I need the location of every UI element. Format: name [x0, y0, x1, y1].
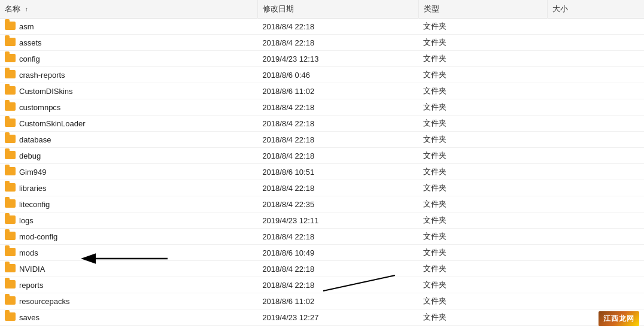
file-type-cell: 文件夹 — [418, 229, 547, 245]
table-header-row: 名称 ↑ 修改日期 类型 大小 — [0, 0, 644, 19]
file-type-cell: 文件夹 — [418, 180, 547, 196]
file-name-cell: saves — [0, 309, 257, 326]
file-size-cell — [548, 196, 644, 212]
file-size-cell — [548, 116, 644, 132]
file-size-cell — [548, 99, 644, 116]
file-name-cell: assets — [0, 35, 257, 51]
file-date-cell: 2018/8/6 10:51 — [257, 164, 418, 180]
table-row[interactable]: debug2018/8/4 22:18文件夹 — [0, 148, 644, 164]
file-date-cell: 2018/8/6 11:02 — [257, 83, 418, 99]
table-row[interactable]: config2019/4/23 12:13文件夹 — [0, 51, 644, 67]
file-size-cell — [548, 51, 644, 67]
file-name-cell: logs — [0, 212, 257, 229]
table-row[interactable]: customnpcs2018/8/4 22:18文件夹 — [0, 99, 644, 116]
file-type-cell: 文件夹 — [418, 309, 547, 326]
table-row[interactable]: mods2018/8/6 10:49文件夹 — [0, 245, 644, 261]
file-explorer: 名称 ↑ 修改日期 类型 大小 asm2018/8/4 22:18文件夹asse… — [0, 0, 644, 331]
file-name-cell: config — [0, 51, 257, 67]
folder-icon — [5, 38, 16, 46]
folder-icon — [5, 232, 16, 240]
file-type-cell: 文件夹 — [418, 67, 547, 83]
file-size-cell — [548, 277, 644, 293]
file-name-cell: NVIDIA — [0, 261, 257, 277]
file-name-cell: liteconfig — [0, 196, 257, 212]
folder-icon — [5, 54, 16, 62]
file-date-cell: 2018/8/4 22:18 — [257, 19, 418, 35]
file-date-cell: 2018/8/4 22:18 — [257, 35, 418, 51]
file-type-cell: 文件夹 — [418, 212, 547, 229]
file-size-cell — [548, 35, 644, 51]
folder-icon — [5, 102, 16, 111]
file-name-cell: libraries — [0, 180, 257, 196]
file-list-container[interactable]: 名称 ↑ 修改日期 类型 大小 asm2018/8/4 22:18文件夹asse… — [0, 0, 644, 331]
file-type-cell: 文件夹 — [418, 196, 547, 212]
file-name-cell: reports — [0, 277, 257, 293]
table-row[interactable]: Gim9492018/8/6 10:51文件夹 — [0, 164, 644, 180]
folder-icon — [5, 215, 16, 224]
file-type-cell: 文件夹 — [418, 51, 547, 67]
table-row[interactable]: libraries2018/8/4 22:18文件夹 — [0, 180, 644, 196]
file-name-cell: database — [0, 132, 257, 148]
file-size-cell — [548, 261, 644, 277]
folder-icon — [5, 151, 16, 159]
table-row[interactable]: logs2019/4/23 12:11文件夹 — [0, 212, 644, 229]
file-size-cell — [548, 293, 644, 309]
file-date-cell: 2018/8/4 22:18 — [257, 148, 418, 164]
table-row[interactable]: crash-reports2018/8/6 0:46文件夹 — [0, 67, 644, 83]
file-name-cell: customnpcs — [0, 99, 257, 116]
file-date-cell: 2018/8/4 22:18 — [257, 99, 418, 116]
file-date-cell: 2019/4/23 12:11 — [257, 212, 418, 229]
folder-icon — [5, 264, 16, 272]
file-size-cell — [548, 212, 644, 229]
table-row[interactable]: reports2018/8/4 22:18文件夹 — [0, 277, 644, 293]
file-name-cell: mods — [0, 245, 257, 261]
folder-icon — [5, 119, 16, 127]
folder-icon — [5, 167, 16, 175]
file-type-cell: 文件夹 — [418, 99, 547, 116]
col-header-date[interactable]: 修改日期 — [257, 0, 418, 19]
folder-icon — [5, 280, 16, 289]
file-type-cell: 文件夹 — [418, 293, 547, 309]
file-table-body: asm2018/8/4 22:18文件夹assets2018/8/4 22:18… — [0, 19, 644, 326]
file-type-cell: 文件夹 — [418, 245, 547, 261]
col-header-type[interactable]: 类型 — [418, 0, 547, 19]
folder-icon — [5, 312, 16, 321]
table-row[interactable]: NVIDIA2018/8/4 22:18文件夹 — [0, 261, 644, 277]
file-name-cell: CustomDISkins — [0, 83, 257, 99]
file-date-cell: 2018/8/6 10:49 — [257, 245, 418, 261]
folder-icon — [5, 86, 16, 95]
file-type-cell: 文件夹 — [418, 164, 547, 180]
table-row[interactable]: CustomSkinLoader2018/8/4 22:18文件夹 — [0, 116, 644, 132]
folder-icon — [5, 70, 16, 78]
table-row[interactable]: mod-config2018/8/4 22:18文件夹 — [0, 229, 644, 245]
file-type-cell: 文件夹 — [418, 35, 547, 51]
file-date-cell: 2018/8/4 22:18 — [257, 277, 418, 293]
folder-icon — [5, 22, 16, 30]
table-row[interactable]: saves2019/4/23 12:27文件夹 — [0, 309, 644, 326]
file-size-cell — [548, 67, 644, 83]
file-table: 名称 ↑ 修改日期 类型 大小 asm2018/8/4 22:18文件夹asse… — [0, 0, 644, 326]
col-header-name[interactable]: 名称 ↑ — [0, 0, 257, 19]
file-type-cell: 文件夹 — [418, 132, 547, 148]
file-name-cell: CustomSkinLoader — [0, 116, 257, 132]
file-name-cell: asm — [0, 19, 257, 35]
file-size-cell — [548, 19, 644, 35]
file-date-cell: 2018/8/4 22:35 — [257, 196, 418, 212]
table-row[interactable]: assets2018/8/4 22:18文件夹 — [0, 35, 644, 51]
folder-icon — [5, 199, 16, 208]
watermark: 江西龙网 — [599, 311, 639, 326]
file-name-cell: Gim949 — [0, 164, 257, 180]
table-row[interactable]: resourcepacks2018/8/6 11:02文件夹 — [0, 293, 644, 309]
file-name-cell: debug — [0, 148, 257, 164]
table-row[interactable]: database2018/8/4 22:18文件夹 — [0, 132, 644, 148]
col-header-size[interactable]: 大小 — [548, 0, 644, 19]
file-date-cell: 2018/8/4 22:18 — [257, 261, 418, 277]
file-type-cell: 文件夹 — [418, 148, 547, 164]
table-row[interactable]: asm2018/8/4 22:18文件夹 — [0, 19, 644, 35]
file-date-cell: 2018/8/6 0:46 — [257, 67, 418, 83]
file-size-cell — [548, 245, 644, 261]
table-row[interactable]: liteconfig2018/8/4 22:35文件夹 — [0, 196, 644, 212]
file-name-cell: resourcepacks — [0, 293, 257, 309]
table-row[interactable]: CustomDISkins2018/8/6 11:02文件夹 — [0, 83, 644, 99]
file-size-cell — [548, 164, 644, 180]
